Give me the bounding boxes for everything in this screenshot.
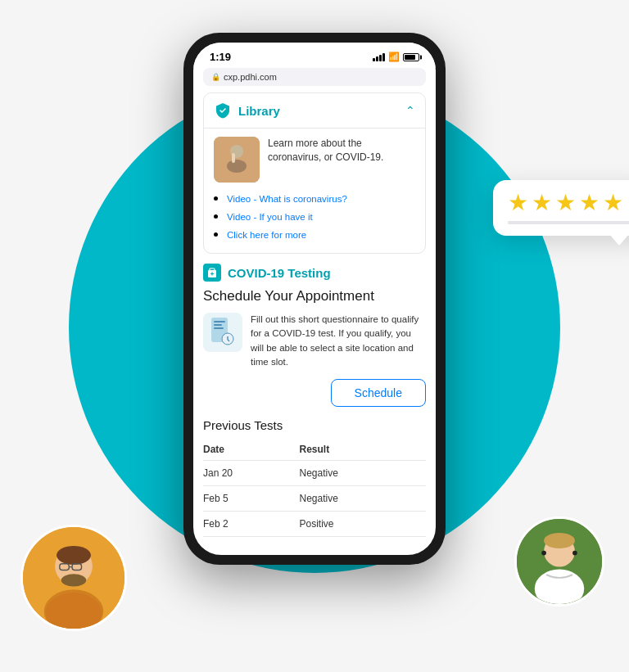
covid-header: COVID-19 Testing bbox=[203, 264, 426, 282]
appointment-description: Fill out this short questionnaire to qua… bbox=[251, 313, 426, 369]
signal-icon bbox=[373, 53, 385, 61]
previous-tests-title: Previous Tests bbox=[203, 418, 426, 432]
covid-bag-icon bbox=[203, 264, 221, 282]
test-date-1: Jan 20 bbox=[203, 461, 300, 486]
star-1: ★ bbox=[508, 192, 528, 214]
wifi-icon: 📶 bbox=[388, 52, 400, 62]
covid-title: COVID-19 Testing bbox=[228, 266, 331, 280]
library-top: Learn more about the coronavirus, or COV… bbox=[214, 137, 415, 183]
video-if-you-have-link[interactable]: Video - If you have it bbox=[227, 212, 313, 222]
schedule-btn-row: Schedule bbox=[203, 379, 426, 407]
svg-point-20 bbox=[572, 551, 577, 556]
test-date-3: Feb 2 bbox=[203, 512, 300, 537]
status-time: 1:19 bbox=[210, 51, 231, 63]
appointment-title: Schedule Your Appointment bbox=[203, 288, 426, 304]
library-section: Library ⌃ bbox=[203, 92, 426, 254]
url-text: cxp.pdhi.com bbox=[224, 72, 277, 82]
covid-testing-section: COVID-19 Testing Schedule Your Appointme… bbox=[203, 264, 426, 539]
star-3: ★ bbox=[555, 192, 576, 214]
list-item[interactable]: Video - What is coronavirus? bbox=[227, 191, 415, 205]
library-header-left: Library bbox=[214, 101, 280, 120]
test-date-2: Feb 5 bbox=[203, 486, 300, 512]
table-row: Feb 2 Positive bbox=[203, 512, 426, 537]
test-result-3[interactable]: Positive bbox=[300, 512, 427, 537]
library-title: Library bbox=[238, 104, 280, 118]
library-links: Video - What is coronavirus? Video - If … bbox=[214, 191, 415, 241]
star-4: ★ bbox=[579, 192, 600, 214]
star-5: ★ bbox=[603, 192, 623, 214]
svg-point-2 bbox=[227, 160, 247, 173]
svg-rect-10 bbox=[214, 324, 222, 326]
svg-rect-11 bbox=[214, 327, 224, 329]
svg-point-18 bbox=[544, 533, 575, 548]
tests-table: Date Result Jan 20 Negative Feb 5 bbox=[203, 439, 426, 537]
table-row: Jan 20 Negative bbox=[203, 461, 426, 486]
star-2: ★ bbox=[532, 192, 552, 214]
list-item[interactable]: Video - If you have it bbox=[227, 209, 415, 223]
test-result-2[interactable]: Negative bbox=[300, 486, 427, 512]
svg-point-19 bbox=[541, 551, 546, 556]
shield-icon bbox=[214, 101, 232, 120]
phone-content[interactable]: Library ⌃ bbox=[193, 92, 436, 539]
col-date-header: Date bbox=[203, 439, 300, 461]
library-header[interactable]: Library ⌃ bbox=[204, 93, 425, 129]
appointment-row: Fill out this short questionnaire to qua… bbox=[203, 313, 426, 369]
svg-point-25 bbox=[57, 546, 91, 565]
appointment-icon bbox=[203, 313, 242, 352]
col-result-header: Result bbox=[300, 439, 427, 461]
scene: 1:19 📶 🔒 cxp.pdhi.com bbox=[0, 0, 629, 672]
phone-shell: 1:19 📶 🔒 cxp.pdhi.com bbox=[183, 33, 446, 565]
svg-point-26 bbox=[61, 574, 87, 586]
url-bar[interactable]: 🔒 cxp.pdhi.com bbox=[203, 68, 426, 86]
svg-rect-9 bbox=[214, 321, 225, 322]
library-image bbox=[214, 137, 260, 183]
status-icons: 📶 bbox=[373, 52, 419, 62]
phone-screen: 1:19 📶 🔒 cxp.pdhi.com bbox=[193, 43, 436, 555]
patient-avatar bbox=[20, 525, 127, 631]
test-result-1[interactable]: Negative bbox=[300, 461, 427, 486]
rating-bar bbox=[508, 221, 629, 224]
stars-row: ★ ★ ★ ★ ★ bbox=[508, 192, 629, 214]
video-coronavirus-link[interactable]: Video - What is coronavirus? bbox=[227, 194, 347, 204]
show-all-row: Show all bbox=[203, 537, 426, 539]
schedule-button[interactable]: Schedule bbox=[331, 379, 426, 407]
table-row: Feb 5 Negative bbox=[203, 486, 426, 512]
rating-bar-fill bbox=[508, 221, 629, 224]
doctor-avatar bbox=[514, 516, 604, 607]
library-body: Learn more about the coronavirus, or COV… bbox=[204, 129, 425, 253]
chevron-up-icon[interactable]: ⌃ bbox=[405, 104, 415, 117]
status-bar: 1:19 📶 bbox=[193, 43, 436, 68]
library-description: Learn more about the coronavirus, or COV… bbox=[268, 137, 415, 183]
lock-icon: 🔒 bbox=[211, 73, 220, 81]
list-item[interactable]: Click here for more bbox=[227, 227, 415, 241]
rating-bubble: ★ ★ ★ ★ ★ bbox=[493, 180, 629, 236]
click-here-more-link[interactable]: Click here for more bbox=[227, 230, 306, 240]
battery-icon bbox=[403, 53, 419, 61]
svg-rect-3 bbox=[232, 153, 235, 163]
